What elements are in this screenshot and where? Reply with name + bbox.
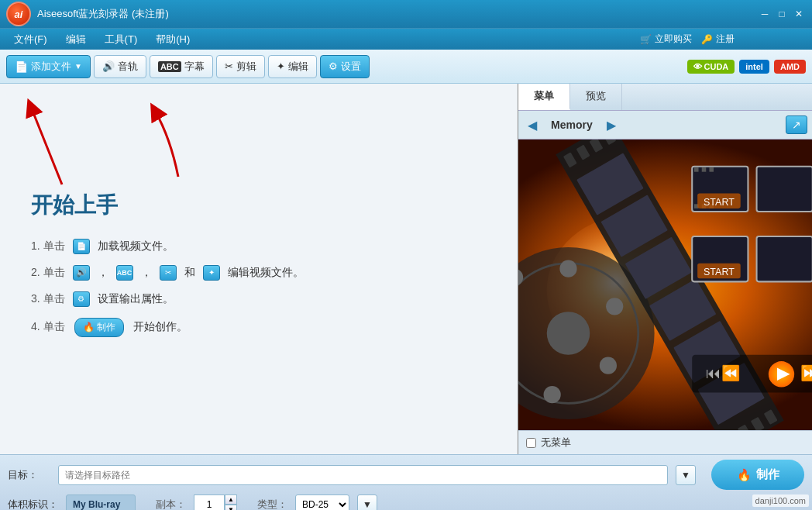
cuda-eye-icon: 👁 (693, 62, 702, 71)
svg-point-8 (606, 298, 623, 315)
subtitle-icon: ABC (158, 61, 181, 72)
volume-input[interactable] (66, 494, 136, 510)
next-arrow[interactable]: ▶ (602, 116, 621, 134)
svg-point-10 (544, 386, 561, 403)
svg-point-6 (547, 312, 590, 355)
flame-icon: 🔥 (83, 322, 95, 333)
edit-button[interactable]: ✦ 编辑 (268, 55, 317, 78)
logo-letter: ai (15, 9, 23, 20)
no-menu-checkbox[interactable] (526, 438, 536, 448)
copy-up-btn[interactable]: ▲ (225, 494, 237, 505)
maximize-button[interactable]: □ (775, 7, 789, 21)
add-file-icon: 📄 (15, 60, 28, 73)
window-controls: ─ □ ✕ (758, 7, 806, 21)
step-1: 1. 单击 📄 加载视频文件。 (31, 239, 487, 254)
svg-text:START: START (704, 267, 735, 277)
minimize-button[interactable]: ─ (758, 7, 772, 21)
toolbar: 📄 添加文件 ▼ 🔊 音轨 ABC 字幕 ✂ 剪辑 ✦ 编辑 ⚙ 设置 👁 CU… (0, 50, 812, 84)
cart-icon: 🛒 (640, 34, 652, 45)
step1-icon: 📄 (73, 239, 90, 254)
acceleration-chips: 👁 CUDA intel AMD (687, 60, 806, 74)
subtitle-button[interactable]: ABC 字幕 (150, 55, 213, 78)
copy-label: 副本： (156, 498, 186, 510)
step2-edit-icon: ✦ (203, 265, 220, 281)
step-4: 4. 单击 🔥 制作 开始创作。 (31, 318, 487, 337)
menu-items: 文件(F) 编辑 工具(T) 帮助(H) (6, 30, 198, 49)
cuda-chip: 👁 CUDA (687, 60, 735, 74)
no-menu-bar: 无菜单 (518, 430, 812, 454)
getting-started-title: 开始上手 (31, 191, 487, 220)
app-logo: ai (6, 2, 31, 26)
titlebar: ai Aiseesoft蓝光刻录器 (未注册) ─ □ ✕ (0, 0, 812, 28)
tab-preview[interactable]: 预览 (570, 84, 622, 110)
target-dropdown-btn[interactable]: ▼ (676, 465, 696, 485)
step4-make-btn: 🔥 制作 (74, 318, 124, 337)
trim-button[interactable]: ✂ 剪辑 (216, 55, 265, 78)
settings-icon: ⚙ (329, 60, 338, 72)
right-panel: 菜单 预览 ◀ Memory ▶ ↗ (518, 84, 812, 454)
step-2: 2. 单击 🔊 ， ABC ， ✂ 和 ✦ 编辑视频文件。 (31, 265, 487, 281)
buy-link[interactable]: 🛒 立即购买 (640, 33, 692, 46)
copy-spinner: ▲ ▼ (194, 494, 237, 510)
volume-label: 体积标识： (8, 498, 58, 510)
edit-icon: ✦ (277, 60, 285, 72)
add-file-button[interactable]: 📄 添加文件 ▼ (6, 55, 91, 78)
audio-icon: 🔊 (102, 60, 115, 72)
main-content: 开始上手 1. 单击 📄 加载视频文件。 2. 单击 🔊 ， ABC ， ✂ 和… (0, 84, 812, 454)
export-icon: ↗ (792, 119, 801, 131)
target-path-input[interactable] (58, 465, 668, 485)
type-label: 类型： (257, 498, 287, 510)
preview-graphic: START START ⏮ (518, 140, 812, 430)
step3-settings-icon: ⚙ (73, 291, 90, 307)
step2-abc-icon: ABC (116, 265, 133, 281)
amd-chip: AMD (774, 60, 806, 74)
menu-help[interactable]: 帮助(H) (148, 30, 198, 49)
svg-rect-41 (757, 236, 812, 281)
step2-trim-icon: ✂ (160, 265, 177, 281)
svg-text:⏩: ⏩ (801, 364, 813, 382)
preview-title: Memory (551, 119, 593, 131)
menu-tools[interactable]: 工具(T) (97, 30, 146, 49)
copy-input[interactable] (194, 494, 225, 510)
export-button[interactable]: ↗ (786, 115, 807, 134)
trim-icon: ✂ (225, 60, 233, 72)
target-label: 目标： (8, 468, 50, 482)
svg-rect-32 (694, 167, 699, 172)
menubar: 文件(F) 编辑 工具(T) 帮助(H) 🛒 立即购买 🔑 注册 (0, 28, 812, 50)
menubar-right: 🛒 立即购买 🔑 注册 (640, 33, 735, 46)
bottom-bar: 目标： ▼ 🔥 制作 体积标识： 副本： ▲ ▼ 类型： BD-25 BD-50… (0, 454, 812, 510)
audio-button[interactable]: 🔊 音轨 (94, 55, 146, 78)
tab-menu[interactable]: 菜单 (518, 84, 570, 110)
settings-button[interactable]: ⚙ 设置 (320, 55, 370, 78)
svg-rect-34 (709, 167, 714, 172)
svg-text:⏪: ⏪ (721, 364, 741, 382)
svg-text:⏮: ⏮ (706, 364, 721, 381)
bottom-row-1: 目标： ▼ 🔥 制作 (8, 460, 804, 490)
close-button[interactable]: ✕ (792, 7, 806, 21)
left-panel: 开始上手 1. 单击 📄 加载视频文件。 2. 单击 🔊 ， ABC ， ✂ 和… (0, 84, 518, 454)
watermark: danji100.com (752, 494, 809, 507)
step2-audio-icon: 🔊 (73, 265, 90, 281)
preview-nav: ◀ Memory ▶ ↗ (518, 111, 812, 140)
menu-edit[interactable]: 编辑 (58, 30, 94, 49)
app-title: Aiseesoft蓝光刻录器 (未注册) (37, 7, 758, 21)
panel-tabs: 菜单 预览 (518, 84, 812, 111)
prev-arrow[interactable]: ◀ (523, 116, 542, 134)
bottom-row-2: 体积标识： 副本： ▲ ▼ 类型： BD-25 BD-50 DVD-5 DVD-… (8, 494, 804, 510)
step-3: 3. 单击 ⚙ 设置输出属性。 (31, 291, 487, 307)
no-menu-label: 无菜单 (541, 436, 571, 450)
key-icon: 🔑 (701, 34, 713, 45)
type-dropdown-btn[interactable]: ▼ (357, 494, 377, 510)
type-select[interactable]: BD-25 BD-50 DVD-5 DVD-9 (295, 494, 349, 510)
svg-rect-30 (757, 167, 812, 212)
svg-point-9 (600, 357, 617, 374)
register-link[interactable]: 🔑 注册 (701, 33, 735, 46)
copy-down-btn[interactable]: ▼ (225, 505, 237, 510)
menu-file[interactable]: 文件(F) (6, 30, 55, 49)
svg-rect-33 (702, 167, 707, 172)
dropdown-icon: ▼ (74, 62, 82, 71)
make-button-bottom[interactable]: 🔥 制作 (711, 460, 804, 490)
svg-text:START: START (704, 197, 735, 208)
preview-image: START START ⏮ (518, 140, 812, 430)
intel-chip: intel (739, 60, 769, 74)
